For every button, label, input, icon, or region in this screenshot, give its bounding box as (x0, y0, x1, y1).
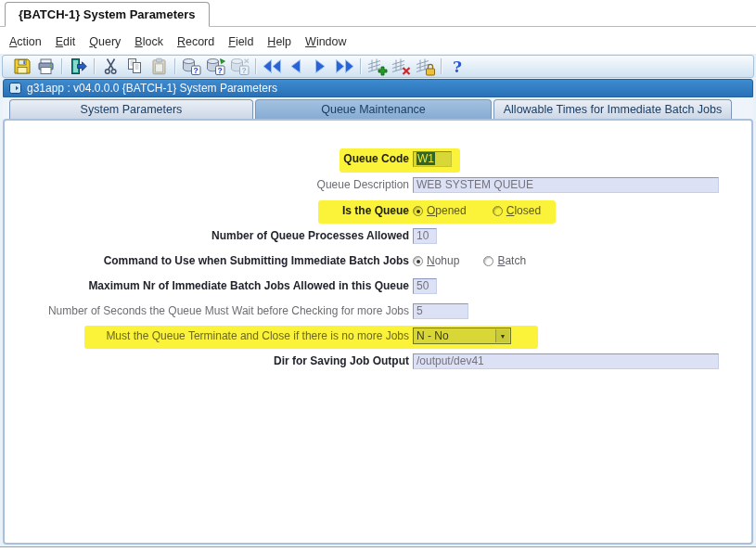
form-window-title: g31app : v04.0.0.0 {BATCH-1} System Para… (27, 82, 277, 95)
copy-icon[interactable] (122, 57, 147, 77)
toolbar: ? ? ? ? (2, 55, 754, 78)
radio-batch[interactable]: Batch (483, 254, 526, 267)
row-num-processes: Number of Queue Processes Allowed 10 (6, 226, 730, 245)
svg-text:?: ? (241, 65, 246, 74)
next-record-icon[interactable] (308, 57, 332, 77)
previous-record-icon[interactable] (284, 57, 308, 77)
svg-text:?: ? (217, 65, 222, 74)
toolbar-separator (360, 58, 361, 74)
enter-query-icon[interactable]: ? (179, 57, 203, 77)
row-terminate: Must the Queue Terminate and Close if th… (6, 327, 730, 345)
radio-opened[interactable]: Opened (413, 204, 467, 217)
tab-allowable-times[interactable]: Allowable Times for Immediate Batch Jobs (493, 99, 732, 119)
row-wait-seconds: Number of Seconds the Queue Must Wait be… (6, 302, 730, 320)
menu-edit[interactable]: Edit (56, 35, 76, 48)
num-processes-label: Number of Queue Processes Allowed (6, 229, 413, 242)
tab-system-parameters[interactable]: System Parameters (9, 99, 253, 119)
terminate-dropdown[interactable]: N - No ▼ (413, 327, 511, 344)
wait-seconds-field[interactable]: 5 (413, 303, 468, 319)
output-dir-label: Dir for Saving Job Output (6, 354, 413, 367)
execute-query-icon[interactable]: ? (203, 57, 227, 77)
cut-icon[interactable] (98, 57, 122, 77)
window-tab-strip: {BATCH-1} System Parameters (0, 0, 756, 27)
first-record-icon[interactable] (260, 57, 284, 77)
radio-closed-circle[interactable] (493, 206, 503, 216)
queue-code-label: Queue Code (6, 152, 413, 165)
row-max-jobs: Maximum Nr of Immediate Batch Jobs Allow… (6, 276, 730, 295)
max-jobs-label: Maximum Nr of Immediate Batch Jobs Allow… (6, 279, 413, 292)
queue-description-field[interactable]: WEB SYSTEM QUEUE (413, 177, 719, 193)
menu-block[interactable]: Block (135, 35, 163, 48)
toolbar-separator (61, 58, 62, 74)
paste-icon[interactable] (147, 57, 171, 77)
form-window-titlebar[interactable]: g31app : v04.0.0.0 {BATCH-1} System Para… (3, 79, 753, 97)
radio-closed[interactable]: Closed (493, 204, 541, 217)
wait-seconds-label: Number of Seconds the Queue Must Wait be… (6, 304, 413, 317)
row-command: Command to Use when Submitting Immediate… (6, 251, 730, 270)
radio-nohup-circle[interactable] (413, 256, 423, 266)
is-the-queue-label: Is the Queue (6, 204, 413, 217)
tab-content-queue-maintenance: Queue Code W1 Queue Description WEB SYST… (3, 119, 753, 545)
delete-record-icon[interactable] (389, 57, 413, 77)
row-queue-description: Queue Description WEB SYSTEM QUEUE (6, 175, 730, 194)
command-label: Command to Use when Submitting Immediate… (6, 254, 413, 267)
radio-nohup[interactable]: Nohup (413, 254, 459, 267)
radio-opened-circle[interactable] (413, 206, 423, 216)
help-icon[interactable]: ? (445, 57, 469, 77)
toolbar-separator (94, 58, 95, 74)
terminate-dropdown-value: N - No (416, 329, 449, 342)
max-jobs-field[interactable]: 50 (413, 278, 437, 294)
menu-query[interactable]: Query (89, 35, 121, 48)
print-icon[interactable] (33, 57, 58, 77)
last-record-icon[interactable] (332, 57, 356, 77)
svg-text:?: ? (193, 65, 198, 74)
menu-help[interactable]: Help (267, 35, 291, 48)
toolbar-separator (174, 58, 175, 74)
lock-record-icon[interactable] (413, 57, 437, 77)
row-output-dir: Dir for Saving Job Output /output/dev41 (6, 352, 730, 370)
form-tabbar: System Parameters Queue Maintenance Allo… (3, 97, 753, 119)
terminate-label: Must the Queue Terminate and Close if th… (6, 329, 413, 342)
num-processes-field[interactable]: 10 (413, 228, 437, 244)
mdi-frame: ? ? ? ? (0, 54, 756, 547)
row-queue-code: Queue Code W1 (6, 149, 730, 168)
menu-window[interactable]: Window (305, 35, 346, 48)
save-icon[interactable] (9, 57, 33, 77)
row-is-the-queue: Is the Queue Opened Closed (6, 201, 730, 220)
output-dir-field[interactable]: /output/dev41 (413, 353, 719, 369)
exit-icon[interactable] (66, 57, 90, 77)
cancel-query-icon[interactable]: ? (227, 57, 251, 77)
insert-record-icon[interactable] (365, 57, 389, 77)
chevron-down-icon[interactable]: ▼ (495, 329, 509, 342)
toolbar-separator (255, 58, 256, 74)
queue-description-label: Queue Description (6, 178, 413, 191)
menu-record[interactable]: Record (177, 35, 214, 48)
window-tab[interactable]: {BATCH-1} System Parameters (5, 2, 210, 27)
menu-field[interactable]: Field (228, 35, 253, 48)
tab-queue-maintenance[interactable]: Queue Maintenance (255, 99, 492, 119)
menubar: Action Edit Query Block Record Field Hel… (0, 31, 756, 53)
menu-action[interactable]: Action (9, 35, 42, 48)
forms-app-icon (9, 83, 21, 94)
queue-code-field[interactable]: W1 (413, 151, 452, 167)
toolbar-separator (441, 58, 442, 74)
radio-batch-circle[interactable] (483, 256, 493, 266)
